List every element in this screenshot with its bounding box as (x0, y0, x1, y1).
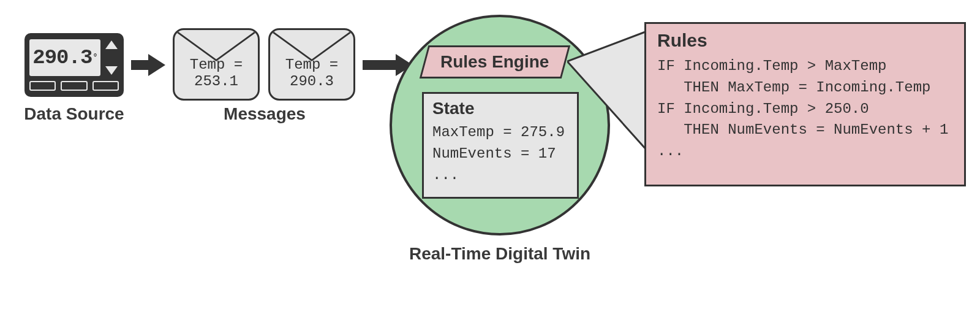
rules-engine-label: Rules Engine (440, 52, 549, 72)
degree-symbol: ° (92, 53, 97, 63)
rules-ellipsis: ... (657, 141, 953, 163)
message-label: Temp = (175, 56, 258, 74)
data-source-device-icon: 290.3° (24, 33, 124, 97)
up-down-icon (104, 39, 119, 76)
message-value: 253.1 (175, 73, 258, 90)
message-envelope-icon: Temp = 253.1 (173, 28, 260, 101)
arrow-icon (131, 54, 165, 76)
message-value: 290.3 (270, 73, 353, 90)
state-line: NumEvents = 17 (432, 144, 568, 165)
state-title: State (432, 99, 568, 118)
message-text: Temp = 290.3 (270, 56, 353, 90)
state-line: MaxTemp = 275.9 (432, 122, 568, 144)
data-source-caption: Data Source (11, 104, 137, 124)
device-display: 290.3° (29, 39, 100, 76)
rules-title: Rules (657, 30, 953, 51)
rules-box: Rules IF Incoming.Temp > MaxTemp THEN Ma… (644, 22, 966, 186)
twin-caption: Real-Time Digital Twin (390, 244, 610, 264)
svg-marker-0 (567, 31, 647, 150)
message-label: Temp = (270, 56, 353, 74)
message-envelope-icon: Temp = 290.3 (268, 28, 355, 101)
rules-line: THEN NumEvents = NumEvents + 1 (657, 120, 953, 141)
device-reading: 290.3 (32, 46, 92, 69)
rules-engine-box: Rules Engine (420, 45, 570, 78)
rules-line: IF Incoming.Temp > 250.0 (657, 99, 953, 120)
rules-line: IF Incoming.Temp > MaxTemp (657, 56, 953, 77)
state-box: State MaxTemp = 275.9 NumEvents = 17 ... (422, 92, 579, 199)
state-ellipsis: ... (432, 165, 568, 186)
callout-wedge-icon (567, 29, 653, 152)
messages-caption: Messages (173, 104, 356, 124)
message-text: Temp = 253.1 (175, 56, 258, 90)
rules-line: THEN MaxTemp = Incoming.Temp (657, 77, 953, 99)
device-slots-icon (29, 81, 119, 91)
